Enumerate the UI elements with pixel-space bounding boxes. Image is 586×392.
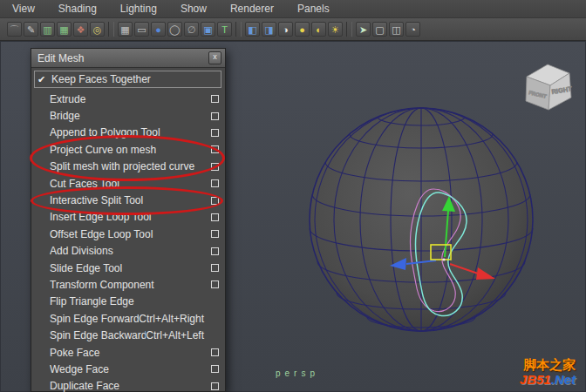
lighting-icon[interactable]: ●: [295, 22, 310, 37]
option-box[interactable]: [211, 197, 219, 205]
option-box[interactable]: [211, 382, 219, 390]
checker-material-icon[interactable]: ◑: [278, 22, 293, 37]
menubar-item-view[interactable]: View: [12, 3, 35, 15]
watermark-suffix: .Net: [551, 372, 576, 387]
menu-item-project-curve-on-mesh[interactable]: Project Curve on mesh: [33, 141, 223, 158]
menu-item-spin-edge-backward[interactable]: Spin Edge BackwardCtrl+Alt+Left: [33, 327, 223, 343]
menu-item-label: Wedge Face: [50, 363, 206, 375]
occlusion-light-icon[interactable]: ☀: [328, 22, 343, 37]
menu-item-insert-edge-loop-tool[interactable]: Insert Edge Loop Tool: [33, 209, 223, 226]
menu-item-label: Bridge: [50, 110, 206, 122]
shaded-display-icon[interactable]: ●: [151, 22, 166, 37]
view-cube[interactable]: FRONT RIGHT: [526, 64, 573, 110]
edit-mesh-item-list: ✔Keep Faces TogetherExtrudeBridgeAppend …: [31, 68, 225, 392]
option-box[interactable]: [211, 95, 219, 103]
xray-cube-icon[interactable]: ▢: [372, 22, 387, 37]
toolbar: ⌒✎▥▦❖◎▦▭●◯∅▣T◧◨◑●◐☀➤▢◫◔: [0, 18, 586, 41]
checkmark-icon: ✔: [37, 74, 51, 85]
option-box[interactable]: [211, 213, 219, 221]
menu-item-label: Spin Edge Forward: [50, 313, 139, 325]
menu-item-label: Transform Component: [50, 279, 206, 291]
menu-item-wedge-face[interactable]: Wedge Face: [33, 361, 223, 377]
camera-name-label: persp: [276, 368, 319, 378]
lasso-select-icon[interactable]: ⌒: [7, 22, 22, 37]
safe-title-icon[interactable]: ▣: [201, 22, 215, 37]
use-default-material-icon[interactable]: ◧: [245, 22, 260, 37]
isolate-select-icon[interactable]: ➤: [356, 22, 371, 37]
edit-mesh-panel: Edit Mesh x ✔Keep Faces TogetherExtrudeB…: [31, 48, 226, 392]
shadows-icon[interactable]: ◐: [311, 22, 326, 37]
menu-item-shortcut: Ctrl+Alt+Left: [146, 329, 204, 341]
menubar-item-show[interactable]: Show: [181, 3, 207, 15]
exposure-icon[interactable]: ◔: [405, 22, 420, 37]
manipulator-center-point: [442, 258, 445, 260]
menu-item-duplicate-face[interactable]: Duplicate Face: [33, 378, 223, 392]
option-box[interactable]: [211, 112, 219, 120]
menu-item-cut-faces-tool[interactable]: Cut Faces Tool: [33, 175, 223, 192]
camera-settings-icon[interactable]: ❖: [73, 22, 88, 37]
option-box[interactable]: [211, 280, 219, 288]
menu-item-split-mesh-with-projected-curve[interactable]: Split mesh with projected curve: [33, 159, 223, 175]
menu-item-transform-component[interactable]: Transform Component: [33, 276, 223, 293]
grid-snap-icon[interactable]: ▦: [57, 22, 72, 37]
menu-item-label: Append to Polygon Tool: [50, 126, 206, 139]
edit-mesh-panel-titlebar[interactable]: Edit Mesh x: [31, 49, 225, 68]
menu-item-flip-triangle-edge[interactable]: Flip Triangle Edge: [33, 294, 223, 310]
menu-item-offset-edge-loop-tool[interactable]: Offset Edge Loop Tool: [33, 226, 223, 242]
menu-item-keep-faces-together[interactable]: ✔Keep Faces Together: [34, 71, 221, 88]
smooth-shade-icon[interactable]: ◨: [262, 22, 276, 37]
menu-item-label: Keep Faces Together: [51, 73, 203, 85]
option-box[interactable]: [211, 365, 219, 373]
menu-item-label: Add Divisions: [50, 245, 206, 257]
watermark-line2: JB51.Net: [520, 372, 576, 387]
bookmark-icon[interactable]: ◎: [90, 22, 105, 37]
film-gate-icon[interactable]: ▭: [134, 22, 149, 37]
maya-window: ViewShadingLightingShowRendererPanels ⌒✎…: [0, 0, 586, 392]
menu-item-label: Split mesh with projected curve: [50, 160, 206, 172]
menu-item-label: Flip Triangle Edge: [50, 295, 206, 308]
menu-item-slide-edge-tool[interactable]: Slide Edge Tool: [33, 260, 223, 276]
watermark: 脚本之家 JB51.Net: [520, 357, 576, 387]
menubar-item-panels[interactable]: Panels: [297, 3, 330, 15]
menu-item-bridge[interactable]: Bridge: [33, 107, 223, 124]
menubar-item-lighting[interactable]: Lighting: [120, 3, 157, 15]
field-chart-icon[interactable]: ∅: [184, 22, 199, 37]
graph-editor-icon[interactable]: ▥: [40, 22, 55, 37]
option-box[interactable]: [211, 264, 219, 272]
menu-item-label: Project Curve on mesh: [50, 144, 206, 156]
menu-item-extrude[interactable]: Extrude: [33, 91, 223, 107]
menu-item-append-to-polygon-tool[interactable]: Append to Polygon Tool: [33, 125, 223, 141]
textured-display-icon[interactable]: T: [217, 22, 232, 37]
toolbar-separator: [346, 22, 352, 37]
option-box[interactable]: [211, 348, 219, 356]
menu-item-label: Duplicate Face: [50, 380, 206, 392]
toolbar-separator: [235, 22, 242, 37]
menu-item-shortcut: Ctrl+Alt+Right: [139, 313, 204, 325]
option-box[interactable]: [211, 179, 219, 187]
grid-icon[interactable]: ▦: [118, 22, 133, 37]
menu-item-label: Insert Edge Loop Tool: [50, 211, 206, 223]
close-icon[interactable]: x: [208, 51, 221, 64]
menubar-item-renderer[interactable]: Renderer: [230, 3, 274, 15]
paint-select-icon[interactable]: ✎: [24, 22, 38, 37]
wireframe-display-icon[interactable]: ◯: [167, 22, 182, 37]
watermark-line1: 脚本之家: [520, 357, 576, 372]
menu-item-add-divisions[interactable]: Add Divisions: [33, 243, 223, 260]
watermark-brand: JB51: [520, 372, 551, 387]
option-box[interactable]: [211, 163, 219, 171]
menu-item-label: Poke Face: [50, 347, 206, 359]
xray-joints-icon[interactable]: ◫: [389, 22, 404, 37]
toolbar-separator: [108, 22, 114, 37]
menu-item-label: Spin Edge Backward: [50, 329, 146, 341]
option-box[interactable]: [211, 247, 219, 255]
menu-item-interactive-split-tool[interactable]: Interactive Split Tool: [33, 192, 223, 208]
menu-item-poke-face[interactable]: Poke Face: [33, 344, 223, 361]
option-box[interactable]: [211, 129, 219, 137]
option-box[interactable]: [211, 145, 219, 153]
menu-item-label: Offset Edge Loop Tool: [50, 228, 206, 240]
sphere-object[interactable]: [310, 108, 533, 331]
option-box[interactable]: [211, 230, 219, 238]
menu-item-label: Slide Edge Tool: [50, 262, 206, 274]
menubar-item-shading[interactable]: Shading: [58, 3, 97, 15]
menu-item-spin-edge-forward[interactable]: Spin Edge ForwardCtrl+Alt+Right: [33, 310, 223, 327]
